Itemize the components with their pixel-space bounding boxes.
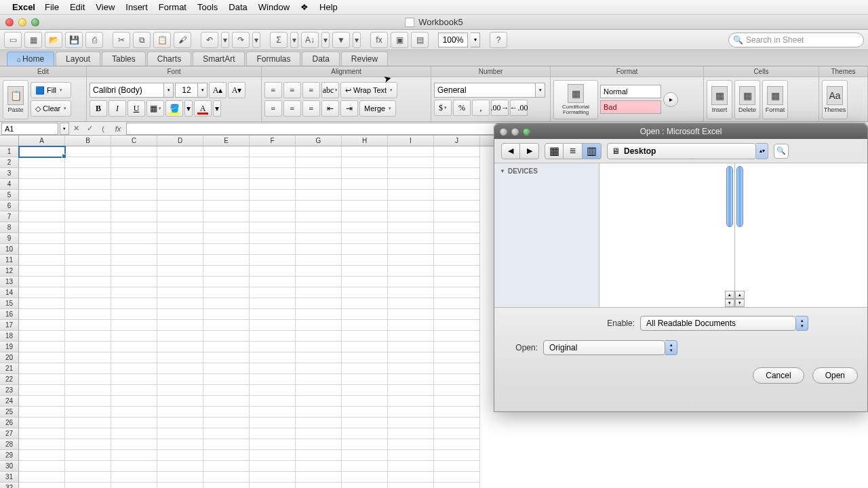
cell-D9[interactable] [157,233,203,244]
cell-J5[interactable] [434,190,480,201]
cell-C28[interactable] [111,439,157,450]
cell-A25[interactable] [19,407,65,418]
zoom-field[interactable]: 100% [438,33,468,47]
cell-A3[interactable] [19,168,65,179]
close-window-button[interactable] [5,18,14,26]
align-right-button[interactable]: ≡ [302,100,320,117]
cell-G28[interactable] [296,439,342,450]
cell-D22[interactable] [157,374,203,385]
autosum-button[interactable]: Σ [270,32,288,48]
minimize-window-button[interactable] [18,18,26,26]
cell-H11[interactable] [342,255,388,266]
cell-C1[interactable] [111,146,157,157]
insert-cells-button[interactable]: ▦Insert [707,80,732,119]
wrap-text-button[interactable]: ↩Wrap Text▾ [340,82,397,98]
cell-F27[interactable] [250,428,296,439]
cell-E26[interactable] [203,418,250,428]
cell-J32[interactable] [434,483,480,488]
row-header-22[interactable]: 22 [0,374,19,385]
cell-I17[interactable] [388,320,434,331]
cell-A21[interactable] [19,363,65,374]
cell-D6[interactable] [157,201,203,211]
cell-F22[interactable] [250,374,296,385]
cell-A12[interactable] [19,266,65,277]
cell-D31[interactable] [157,472,203,483]
cell-H8[interactable] [342,222,388,233]
enable-popup[interactable]: All Readable Documents [640,316,796,331]
cell-B6[interactable] [65,201,111,211]
cell-E23[interactable] [203,385,250,396]
cell-F10[interactable] [250,244,296,255]
cell-B3[interactable] [65,168,111,179]
cell-I16[interactable] [388,309,434,320]
cell-D21[interactable] [157,363,203,374]
cell-E7[interactable] [203,211,250,222]
cell-J15[interactable] [434,298,480,309]
row-header-11[interactable]: 11 [0,255,19,266]
cell-B27[interactable] [65,428,111,439]
cell-H14[interactable] [342,287,388,298]
cell-G7[interactable] [296,211,342,222]
cell-E1[interactable] [203,146,250,157]
cell-D18[interactable] [157,331,203,342]
dialog-search-button[interactable]: 🔍 [774,144,789,159]
number-format-dropdown[interactable]: ▾ [536,83,545,98]
cell-H15[interactable] [342,298,388,309]
cell-B30[interactable] [65,461,111,472]
column-header-C[interactable]: C [111,136,157,146]
cell-J16[interactable] [434,309,480,320]
menu-data[interactable]: Data [229,2,247,12]
scrollbar-thumb-2[interactable] [736,166,743,227]
cell-A16[interactable] [19,309,65,320]
conditional-formatting-button[interactable]: ▦ Conditional Formatting [553,80,598,119]
row-header-31[interactable]: 31 [0,472,19,483]
cell-F16[interactable] [250,309,296,320]
zoom-window-button[interactable] [31,18,39,26]
undo-button[interactable]: ↶ [201,32,218,48]
view-icon-button[interactable]: ▦ [545,143,564,159]
tab-layout[interactable]: Layout [56,52,100,66]
cell-D16[interactable] [157,309,203,320]
show-formulas-button[interactable]: fx [370,32,388,48]
cell-C26[interactable] [111,418,157,428]
cell-E32[interactable] [203,483,250,488]
cell-F20[interactable] [250,352,296,363]
cell-B4[interactable] [65,179,111,190]
cell-D14[interactable] [157,287,203,298]
enable-popup-dropdown[interactable]: ▴▾ [796,316,808,331]
cell-I32[interactable] [388,483,434,488]
cell-B8[interactable] [65,222,111,233]
comma-button[interactable]: , [472,100,490,116]
cell-A22[interactable] [19,374,65,385]
cell-E2[interactable] [203,157,250,168]
cell-G10[interactable] [296,244,342,255]
row-header-16[interactable]: 16 [0,309,19,320]
cell-B22[interactable] [65,374,111,385]
cell-J25[interactable] [434,407,480,418]
cell-C19[interactable] [111,342,157,352]
cell-I27[interactable] [388,428,434,439]
cell-F29[interactable] [250,450,296,461]
styles-gallery-more-button[interactable]: ▸ [663,92,678,107]
row-header-14[interactable]: 14 [0,287,19,298]
number-format-select[interactable]: General [434,83,536,98]
cell-C18[interactable] [111,331,157,342]
cell-J3[interactable] [434,168,480,179]
cell-C17[interactable] [111,320,157,331]
cell-G31[interactable] [296,472,342,483]
cell-A18[interactable] [19,331,65,342]
cell-C21[interactable] [111,363,157,374]
menu-edit[interactable]: Edit [70,2,85,12]
tab-charts[interactable]: Charts [147,52,191,66]
cell-G32[interactable] [296,483,342,488]
cell-G3[interactable] [296,168,342,179]
tab-formulas[interactable]: Formulas [246,52,300,66]
cell-A20[interactable] [19,352,65,363]
media-browser-button[interactable]: ▤ [411,32,429,48]
cell-D29[interactable] [157,450,203,461]
cell-B19[interactable] [65,342,111,352]
cell-B10[interactable] [65,244,111,255]
cell-C4[interactable] [111,179,157,190]
cell-G8[interactable] [296,222,342,233]
enter-formula-button[interactable]: ✓ [83,123,96,135]
